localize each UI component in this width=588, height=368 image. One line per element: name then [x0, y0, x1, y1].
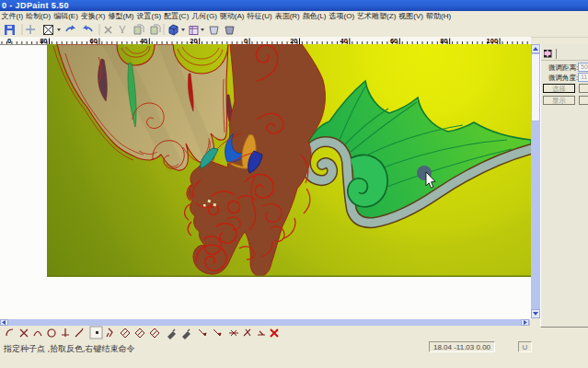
- svg-text:40: 40: [340, 37, 348, 44]
- svg-text:0: 0: [244, 37, 248, 44]
- svg-text:20: 20: [290, 37, 297, 44]
- svg-text:0: 0: [7, 37, 11, 44]
- svg-text:80: 80: [40, 37, 47, 44]
- svg-text:100: 100: [487, 37, 499, 44]
- svg-text:60: 60: [390, 37, 398, 44]
- svg-text:60: 60: [90, 37, 98, 44]
- svg-text:20: 20: [190, 37, 197, 44]
- svg-text:40: 40: [140, 37, 147, 44]
- svg-text:80: 80: [440, 37, 447, 44]
